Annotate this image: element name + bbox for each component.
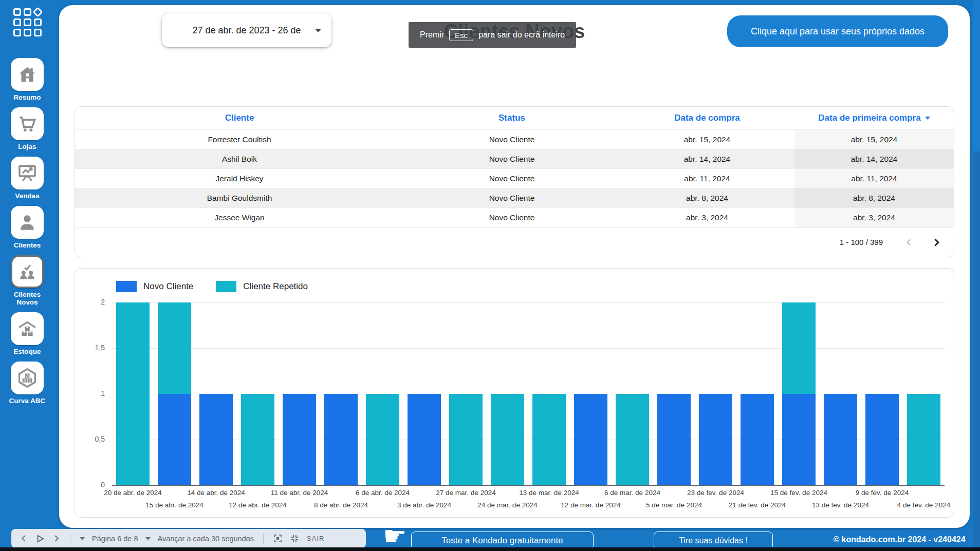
sidebar: ResumoLojasVendasClientesClientes NovosE…	[0, 0, 54, 547]
exit-button[interactable]: SAIR	[307, 535, 324, 542]
bar-3-de-abr.-de-2024[interactable]: 3 de abr. de 2024	[403, 302, 445, 485]
bar-segment-novo-cliente	[408, 394, 441, 485]
column-header-data-de-compra[interactable]: Data de compra	[620, 113, 794, 123]
autoplay-label[interactable]: Avançar a cada 30 segundos	[158, 535, 254, 543]
sort-desc-icon	[925, 117, 930, 120]
bar-6-de-abr.-de-2024[interactable]: 6 de abr. de 2024	[362, 302, 403, 485]
x-axis-label: 15 de abr. de 2024	[145, 501, 204, 509]
table-cell: abr. 11, 2024	[794, 169, 954, 188]
sidebar-item-label: Curva ABC	[9, 397, 46, 405]
bar-8-de-abr.-de-2024[interactable]: 8 de abr. de 2024	[320, 302, 362, 485]
bar-9-de-fev.-de-2024[interactable]: 9 de fev. de 2024	[861, 302, 903, 485]
person-icon	[11, 206, 44, 239]
bar-5-de-mar.-de-2024[interactable]: 5 de mar. de 2024	[653, 302, 695, 485]
fullscreen-icon[interactable]	[273, 534, 283, 543]
column-header-label: Data de primeira compra	[818, 113, 920, 123]
table-cell: abr. 14, 2024	[794, 149, 954, 168]
bar-24-de-mar.-de-2024[interactable]: 24 de mar. de 2024	[487, 302, 528, 485]
sidebar-item-label: Lojas	[18, 143, 36, 150]
column-header-status[interactable]: Status	[404, 113, 620, 123]
sidebar-item-lojas[interactable]: Lojas	[4, 107, 51, 150]
x-axis-label: 4 de fev. de 2024	[897, 501, 950, 509]
table-cell: Novo Cliente	[404, 208, 620, 227]
bar-12-de-abr.-de-2024[interactable]: 12 de abr. de 2024	[237, 302, 279, 485]
sidebar-item-label: Vendas	[15, 192, 39, 200]
bar-14-de-abr.-de-2024[interactable]: 14 de abr. de 2024	[195, 302, 237, 485]
sidebar-item-curva-abc[interactable]: ABCCurva ABC	[4, 362, 51, 405]
bar-23-de-fev.-de-2024[interactable]: 23 de fev. de 2024	[695, 302, 736, 485]
previous-page-button[interactable]	[904, 238, 914, 247]
table-body: Forrester CoultishNovo Clienteabr. 15, 2…	[75, 129, 954, 227]
bar-13-de-fev.-de-2024[interactable]: 13 de fev. de 2024	[820, 302, 861, 485]
bar-segment-novo-cliente	[741, 394, 774, 485]
bar-segment-novo-cliente	[699, 394, 732, 485]
table-row[interactable]: Jerald HiskeyNovo Clienteabr. 11, 2024ab…	[75, 168, 954, 188]
people-check-icon	[11, 255, 44, 288]
sidebar-item-label: Resumo	[13, 93, 41, 101]
page-select-caret-icon[interactable]	[80, 537, 85, 540]
bar-segment-novo-cliente	[657, 394, 691, 485]
table-row[interactable]: Jessee WiganNovo Clienteabr. 3, 2024abr.…	[75, 207, 954, 227]
x-axis-label: 5 de mar. de 2024	[646, 501, 702, 509]
trial-button[interactable]: Teste a Kondado gratuitamente	[411, 531, 594, 549]
play-icon[interactable]	[35, 534, 45, 543]
logo-cell	[24, 8, 31, 16]
bar-12-de-mar.-de-2024[interactable]: 12 de mar. de 2024	[570, 302, 612, 485]
sidebar-item-label: Estoque	[13, 348, 41, 355]
x-axis-label: 24 de mar. de 2024	[477, 501, 537, 509]
chart-legend: Novo ClienteCliente Repetido	[116, 281, 308, 292]
bar-13-de-mar.-de-2024[interactable]: 13 de mar. de 2024	[528, 302, 570, 485]
logo-cell	[13, 29, 21, 36]
esc-keycap: Esc	[449, 29, 473, 41]
kondado-logo-icon[interactable]	[13, 8, 42, 36]
bar-segment-novo-cliente	[574, 394, 607, 485]
bar-15-de-abr.-de-2024[interactable]: 15 de abr. de 2024	[154, 302, 195, 485]
scrollbar-thumb[interactable]	[973, 0, 980, 151]
autoplay-select-caret-icon[interactable]	[145, 537, 151, 540]
logo-cell	[24, 29, 31, 36]
sidebar-item-clientes[interactable]: Clientes	[4, 206, 51, 249]
table-cell: Novo Cliente	[404, 169, 620, 188]
bar-21-de-fev.-de-2024[interactable]: 21 de fev. de 2024	[736, 302, 778, 485]
bar-15-de-fev.-de-2024[interactable]: 15 de fev. de 2024	[778, 302, 820, 485]
table-cell: abr. 8, 2024	[794, 188, 954, 207]
previous-page-icon[interactable]	[20, 534, 28, 543]
column-header-cliente[interactable]: Cliente	[75, 113, 404, 123]
next-page-button[interactable]	[931, 237, 941, 248]
toast-suffix: para sair do ecrã inteiro	[478, 30, 565, 40]
bar-20-de-abr.-de-2024[interactable]: 20 de abr. de 2024	[112, 302, 154, 485]
table-row[interactable]: Forrester CoultishNovo Clienteabr. 15, 2…	[75, 129, 954, 149]
sidebar-item-clientes-novos[interactable]: Clientes Novos	[4, 255, 51, 306]
bar-segment-cliente-repetido	[366, 394, 399, 485]
legend-item: Cliente Repetido	[216, 281, 308, 292]
next-page-icon[interactable]	[52, 534, 61, 543]
bar-segment-cliente-repetido	[532, 394, 566, 485]
divider	[70, 533, 70, 544]
table-cell: Jessee Wigan	[75, 208, 404, 227]
table-pagination: 1 - 100 / 399	[75, 227, 954, 257]
inventory-boxes-icon	[11, 312, 44, 345]
scrollbar[interactable]	[973, 0, 980, 547]
svg-text:B: B	[24, 378, 26, 382]
bar-27-de-mar.-de-2024[interactable]: 27 de mar. de 2024	[445, 302, 487, 485]
table-row[interactable]: Bambi GouldsmithNovo Clienteabr. 8, 2024…	[75, 188, 954, 207]
sales-board-icon	[11, 157, 44, 189]
legend-swatch-icon	[116, 281, 137, 292]
bar-4-de-fev.-de-2024[interactable]: 4 de fev. de 2024	[903, 302, 945, 485]
pointing-hand-icon: ☛	[383, 523, 407, 549]
table-row[interactable]: Ashil BoikNovo Clienteabr. 14, 2024abr. …	[75, 149, 954, 168]
sidebar-item-vendas[interactable]: Vendas	[4, 157, 51, 200]
x-axis-label: 11 de abr. de 2024	[271, 489, 328, 497]
bar-6-de-mar.-de-2024[interactable]: 6 de mar. de 2024	[612, 302, 653, 485]
sidebar-item-resumo[interactable]: Resumo	[4, 58, 51, 101]
sidebar-item-estoque[interactable]: Estoque	[4, 312, 51, 355]
page-indicator[interactable]: Página 6 de 8	[92, 535, 138, 543]
svg-text:C: C	[28, 378, 31, 382]
customers-table: ClienteStatusData de compraData de prime…	[75, 106, 954, 257]
legend-label: Novo Cliente	[143, 281, 193, 292]
questions-button[interactable]: Tire suas dúvidas !	[654, 531, 773, 549]
bar-11-de-abr.-de-2024[interactable]: 11 de abr. de 2024	[279, 302, 320, 485]
table-cell: abr. 8, 2024	[620, 188, 794, 207]
exit-fullscreen-icon[interactable]	[290, 534, 300, 543]
column-header-data-de-primeira-compra[interactable]: Data de primeira compra	[794, 113, 954, 123]
